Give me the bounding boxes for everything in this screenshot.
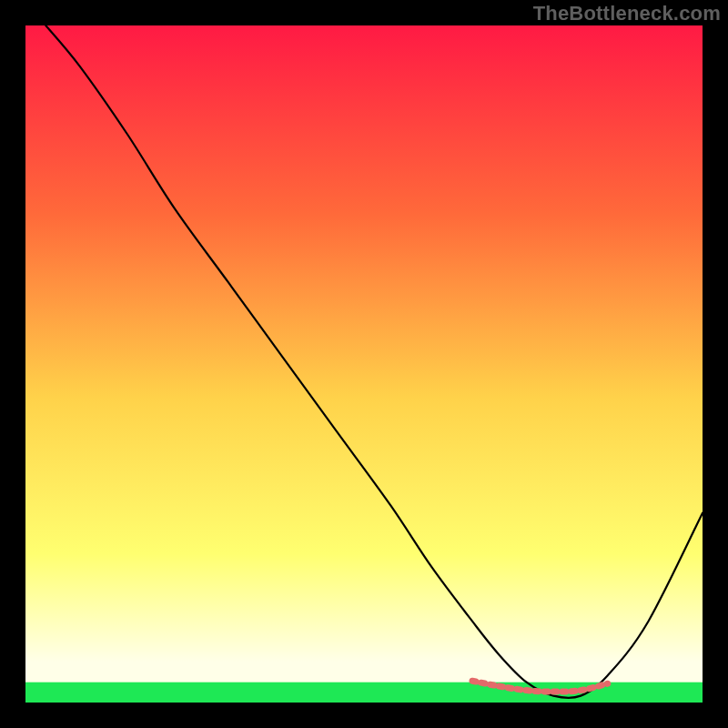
plot-area (25, 25, 703, 703)
chart-frame: TheBottleneck.com (0, 0, 728, 728)
gradient-background (25, 25, 703, 703)
watermark-text: TheBottleneck.com (533, 2, 721, 25)
bottleneck-chart (25, 25, 703, 703)
